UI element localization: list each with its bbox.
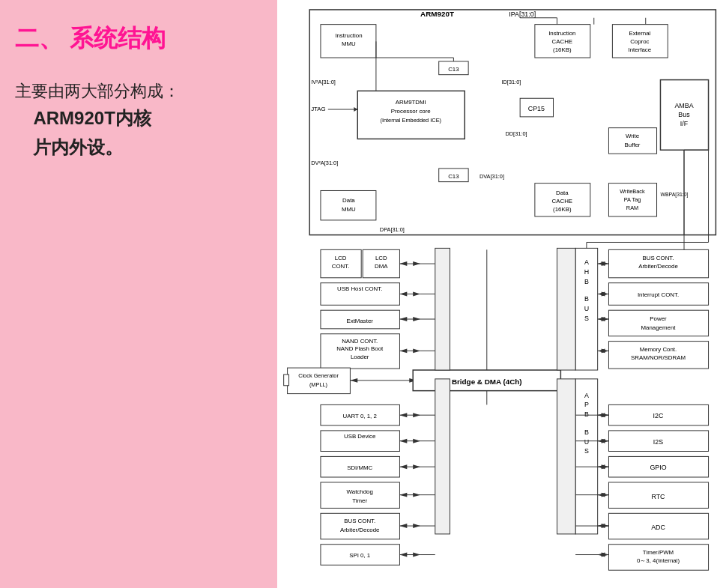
right-panel: ARM920T IPA[31:0] Instruction MMU Instru…: [277, 0, 726, 588]
svg-text:Arbiter/Decode: Arbiter/Decode: [638, 263, 678, 270]
svg-text:B: B: [584, 278, 589, 285]
svg-text:Bridge & DMA (4Ch): Bridge & DMA (4Ch): [452, 378, 522, 386]
svg-text:SDI/MMC: SDI/MMC: [347, 464, 372, 471]
svg-text:ADC: ADC: [651, 524, 665, 531]
svg-text:U: U: [584, 438, 589, 446]
svg-rect-209: [557, 248, 575, 370]
svg-text:Instruction: Instruction: [548, 30, 575, 37]
left-panel: 二、 系统结构 主要由两大部分构成： ARM920T内核 片内外设。: [0, 0, 277, 588]
architecture-diagram: ARM920T IPA[31:0] Instruction MMU Instru…: [283, 6, 720, 582]
svg-text:Bus: Bus: [678, 111, 690, 118]
svg-marker-99: [399, 348, 407, 353]
ipa-label: IPA[31:0]: [509, 10, 536, 18]
svg-text:Buffer: Buffer: [625, 142, 641, 148]
svg-text:External: External: [629, 30, 650, 37]
svg-marker-89: [413, 261, 420, 266]
svg-marker-131: [350, 378, 357, 383]
svg-text:Watchdog: Watchdog: [347, 488, 373, 495]
svg-text:Data: Data: [556, 190, 569, 196]
svg-text:Clock Generator: Clock Generator: [298, 372, 339, 379]
svg-text:LCD: LCD: [375, 255, 387, 261]
svg-text:Memory Cont.: Memory Cont.: [640, 346, 677, 353]
svg-text:BUS CONT.: BUS CONT.: [643, 255, 674, 261]
svg-text:Write: Write: [626, 133, 640, 139]
svg-rect-34: [608, 128, 656, 154]
highlight-2: 片内外设。: [33, 137, 123, 157]
svg-marker-155: [399, 439, 407, 443]
svg-text:NAND Flash Boot: NAND Flash Boot: [336, 345, 384, 352]
svg-marker-167: [399, 553, 407, 557]
svg-text:P: P: [584, 401, 589, 408]
svg-text:SPI 0, 1: SPI 0, 1: [349, 552, 370, 559]
svg-marker-164: [399, 524, 407, 528]
svg-text:I2S: I2S: [653, 438, 663, 446]
svg-text:ID[31:0]: ID[31:0]: [502, 79, 521, 85]
svg-text:WriteBack: WriteBack: [620, 188, 645, 195]
svg-marker-98: [413, 348, 420, 353]
svg-marker-116: [598, 292, 605, 297]
svg-marker-160: [413, 493, 420, 497]
svg-marker-122: [598, 348, 605, 353]
svg-marker-90: [399, 261, 407, 266]
svg-text:S: S: [584, 447, 589, 455]
svg-text:MMU: MMU: [342, 40, 356, 47]
svg-text:CONT.: CONT.: [332, 263, 350, 270]
svg-marker-119: [598, 317, 605, 321]
svg-text:Interface: Interface: [629, 46, 652, 53]
svg-text:H: H: [584, 268, 589, 276]
svg-text:A: A: [584, 392, 589, 399]
svg-marker-157: [413, 464, 420, 469]
arm920t-label: ARM920T: [420, 10, 454, 18]
svg-marker-151: [413, 413, 420, 417]
svg-text:B: B: [584, 295, 589, 303]
svg-text:C13: C13: [448, 66, 459, 73]
svg-rect-20: [357, 91, 465, 139]
svg-text:Instruction: Instruction: [335, 32, 362, 39]
svg-text:Data: Data: [342, 197, 355, 204]
svg-text:Management: Management: [641, 324, 677, 331]
svg-marker-95: [413, 317, 420, 321]
svg-rect-211: [557, 379, 575, 534]
svg-text:DMA: DMA: [375, 263, 388, 270]
svg-text:JTAG: JTAG: [311, 106, 326, 112]
svg-text:RTC: RTC: [651, 493, 665, 500]
svg-text:BUS CONT.: BUS CONT.: [344, 518, 375, 524]
svg-text:Timer/PWM: Timer/PWM: [643, 549, 674, 556]
svg-rect-142: [321, 482, 399, 509]
svg-text:(16KB): (16KB): [553, 206, 572, 213]
svg-text:USB Host CONT.: USB Host CONT.: [337, 285, 382, 292]
svg-text:CACHE: CACHE: [552, 38, 573, 45]
svg-text:IV²A[31:0]: IV²A[31:0]: [311, 79, 336, 85]
highlight-1: ARM920T内核: [33, 108, 151, 128]
svg-marker-93: [399, 292, 407, 297]
svg-text:CACHE: CACHE: [552, 198, 573, 204]
svg-text:S: S: [584, 315, 589, 322]
svg-text:(16KB): (16KB): [553, 46, 572, 53]
svg-marker-166: [413, 553, 420, 557]
svg-text:Timer: Timer: [352, 497, 367, 504]
svg-text:I2C: I2C: [653, 412, 664, 419]
svg-text:Power: Power: [650, 315, 667, 322]
svg-text:(MPLL): (MPLL): [309, 381, 327, 388]
svg-text:UART 0, 1, 2: UART 0, 1, 2: [343, 413, 377, 419]
svg-rect-210: [435, 379, 450, 534]
svg-text:A: A: [584, 258, 589, 266]
svg-marker-92: [413, 292, 420, 297]
svg-text:RAM: RAM: [626, 204, 638, 211]
svg-marker-113: [598, 261, 605, 266]
svg-text:NAND CONT.: NAND CONT.: [342, 338, 378, 345]
svg-text:GPIO: GPIO: [650, 464, 666, 471]
svg-text:C13: C13: [448, 173, 459, 180]
svg-text:Coproc: Coproc: [630, 38, 649, 45]
svg-text:DPA[31:0]: DPA[31:0]: [380, 226, 405, 233]
svg-marker-161: [399, 493, 407, 497]
svg-marker-96: [399, 317, 407, 321]
svg-text:SRAM/NOR/SDRAM: SRAM/NOR/SDRAM: [631, 354, 686, 361]
svg-text:LCD: LCD: [335, 255, 347, 261]
svg-text:U: U: [584, 305, 589, 312]
svg-rect-128: [284, 375, 289, 386]
svg-text:Processor core: Processor core: [391, 108, 432, 115]
svg-text:I/F: I/F: [680, 120, 689, 127]
svg-text:Interrupt CONT.: Interrupt CONT.: [638, 291, 679, 298]
svg-text:B: B: [584, 410, 589, 418]
